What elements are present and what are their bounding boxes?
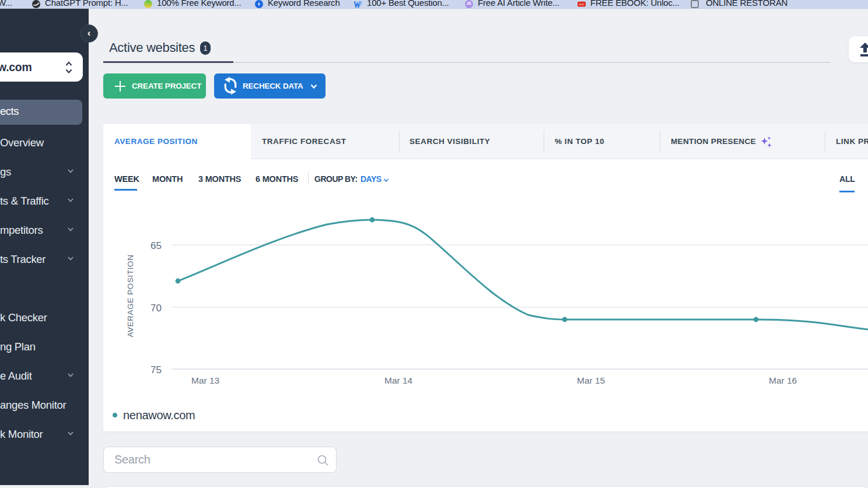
- svg-text:HUD: HUD: [579, 3, 584, 6]
